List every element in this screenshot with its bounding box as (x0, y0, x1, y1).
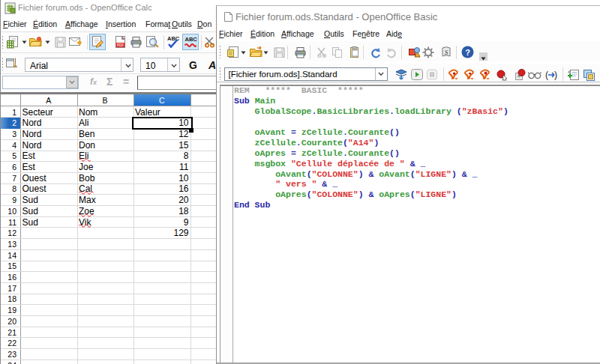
svg-text:ABC: ABC (185, 36, 198, 43)
svg-text:?: ? (465, 48, 470, 57)
svg-text:(: ( (545, 70, 548, 80)
svg-text:PDF: PDF (117, 43, 124, 47)
svg-text:): ) (554, 70, 557, 80)
svg-text:ABC: ABC (167, 35, 180, 42)
svg-text:S: S (445, 49, 448, 56)
